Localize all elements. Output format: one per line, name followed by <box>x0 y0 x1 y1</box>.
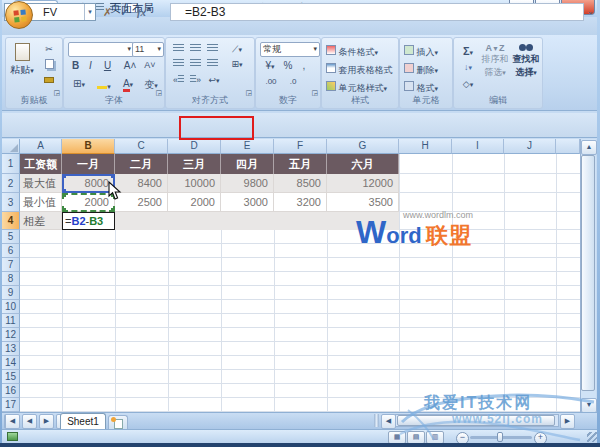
fill-color-button[interactable]: ▾ <box>92 77 116 93</box>
sheet-nav-next-button[interactable]: ▶ <box>39 414 54 429</box>
cell-g1[interactable]: 六月 <box>327 154 399 174</box>
font-color-button[interactable]: A▾ <box>116 77 140 93</box>
align-middle-icon[interactable] <box>187 43 204 57</box>
cell-d2[interactable]: 10000 <box>168 174 221 193</box>
cut-icon[interactable]: ✂ <box>39 43 59 58</box>
decrease-decimal-button[interactable]: .0 <box>282 76 304 91</box>
cell-a4[interactable]: 相差 <box>20 212 62 230</box>
increase-indent-icon[interactable]: » <box>187 74 204 88</box>
cell-styles-button[interactable]: 单元格样式▾ <box>325 80 397 95</box>
hscroll-right-icon[interactable]: ▶ <box>560 414 575 429</box>
column-header-k-partial[interactable] <box>556 139 580 154</box>
align-left-icon[interactable] <box>170 58 187 72</box>
cell-e4[interactable] <box>221 212 274 230</box>
cell-g4[interactable] <box>327 212 399 230</box>
column-header-f[interactable]: F <box>274 139 327 154</box>
autosum-button[interactable]: Σ▾ <box>457 44 479 59</box>
cell-c1[interactable]: 二月 <box>115 154 168 174</box>
fill-button[interactable]: ↓▾ <box>457 61 479 76</box>
sheet-tab-sheet1[interactable]: Sheet1 <box>60 413 106 429</box>
increase-decimal-button[interactable]: .00 <box>260 76 282 91</box>
cell-d3[interactable]: 2000 <box>168 193 221 212</box>
horizontal-scrollbar-thumb[interactable] <box>397 415 555 426</box>
format-painter-icon[interactable] <box>39 74 59 89</box>
delete-cells-button[interactable]: 删除▾ <box>403 62 451 77</box>
zoom-slider-thumb[interactable] <box>497 432 503 442</box>
clipboard-dialog-launcher-icon[interactable]: ◲ <box>52 88 61 98</box>
select-all-corner[interactable] <box>2 139 20 154</box>
cell-b4-editing[interactable]: =B2-B3 <box>62 212 115 230</box>
cell-c3[interactable]: 2500 <box>115 193 168 212</box>
sheet-nav-first-button[interactable]: ◀ <box>4 414 20 429</box>
comma-format-button[interactable]: , <box>296 59 312 74</box>
insert-cells-button[interactable]: 插入▾ <box>403 44 451 59</box>
alignment-dialog-launcher-icon[interactable]: ◲ <box>244 88 253 98</box>
cell-c2[interactable]: 8400 <box>115 174 168 193</box>
cancel-icon[interactable]: ✗ <box>100 6 115 19</box>
column-header-c[interactable]: C <box>115 139 168 154</box>
orientation-icon[interactable]: ⟋▾ <box>226 43 248 57</box>
cell-d1[interactable]: 三月 <box>168 154 221 174</box>
row-header-4[interactable]: 4 <box>2 212 20 230</box>
insert-function-icon[interactable]: fx <box>134 6 149 18</box>
cell-g3[interactable]: 3500 <box>327 193 399 212</box>
row-header-16[interactable]: 16 <box>2 384 20 398</box>
tab-scrollbar-splitter[interactable] <box>374 414 379 427</box>
row-header-13[interactable]: 13 <box>2 342 20 356</box>
office-button[interactable] <box>5 1 33 29</box>
clear-button[interactable]: ◇▾ <box>457 78 479 93</box>
column-header-d[interactable]: D <box>168 139 221 154</box>
cell-a3[interactable]: 最小值 <box>20 193 62 212</box>
cell-c4[interactable] <box>115 212 168 230</box>
row-header-7[interactable]: 7 <box>2 258 20 272</box>
name-box-dropdown-icon[interactable]: ▾ <box>84 4 95 20</box>
bold-button[interactable]: B <box>68 59 83 75</box>
row-header-14[interactable]: 14 <box>2 356 20 370</box>
column-header-a[interactable]: A <box>20 139 62 154</box>
align-top-icon[interactable] <box>170 43 187 57</box>
grow-font-button[interactable]: A˄ <box>120 59 140 75</box>
font-dialog-launcher-icon[interactable]: ◲ <box>154 88 163 98</box>
row-header-8[interactable]: 8 <box>2 272 20 286</box>
paste-button[interactable]: 粘贴▾ <box>9 43 35 77</box>
row-header-10[interactable]: 10 <box>2 300 20 314</box>
row-header-9[interactable]: 9 <box>2 286 20 300</box>
find-select-button[interactable]: 查找和 选择▾ <box>511 42 541 79</box>
borders-button[interactable]: ⊞▾ <box>68 77 90 93</box>
currency-format-button[interactable]: ¥▾ <box>260 59 280 74</box>
align-center-icon[interactable] <box>187 58 204 72</box>
sort-filter-button[interactable]: A▼Z 排序和 筛选▾ <box>480 42 510 79</box>
font-size-combo[interactable]: 11▾ <box>132 42 164 57</box>
conditional-formatting-button[interactable]: 条件格式▾ <box>325 44 397 59</box>
align-right-icon[interactable] <box>204 58 221 72</box>
cell-a2[interactable]: 最大值 <box>20 174 62 193</box>
cell-f4[interactable] <box>274 212 327 230</box>
formula-input[interactable]: =B2-B3 <box>170 3 584 21</box>
format-cells-button[interactable]: 格式▾ <box>403 80 451 95</box>
number-format-combo[interactable]: 常规▾ <box>260 42 320 57</box>
row-header-17[interactable]: 17 <box>2 398 20 412</box>
copy-icon[interactable] <box>39 58 59 73</box>
cell-f1[interactable]: 五月 <box>274 154 327 174</box>
column-header-j[interactable]: J <box>504 139 556 154</box>
font-name-combo[interactable]: ▾ <box>68 42 134 57</box>
row-header-5[interactable]: 5 <box>2 230 20 244</box>
cell-f3[interactable]: 3200 <box>274 193 327 212</box>
column-header-h[interactable]: H <box>399 139 452 154</box>
column-header-i[interactable]: I <box>452 139 504 154</box>
row-header-3[interactable]: 3 <box>2 193 20 212</box>
merge-center-icon[interactable]: ⊞▾ <box>226 58 248 72</box>
italic-button[interactable]: I <box>83 59 98 75</box>
row-header-6[interactable]: 6 <box>2 244 20 258</box>
decrease-indent-icon[interactable]: « <box>170 74 187 88</box>
cell-f2[interactable]: 8500 <box>274 174 327 193</box>
column-header-e[interactable]: E <box>221 139 274 154</box>
wrap-text-icon[interactable]: ↩▾ <box>204 74 224 88</box>
number-dialog-launcher-icon[interactable]: ◲ <box>310 88 319 98</box>
row-header-11[interactable]: 11 <box>2 314 20 328</box>
hscroll-left-icon[interactable]: ◀ <box>381 414 396 429</box>
resize-grip[interactable] <box>587 432 597 442</box>
vertical-scrollbar-thumb[interactable] <box>581 155 595 391</box>
sheet-nav-prev-button[interactable]: ◀ <box>22 414 37 429</box>
cell-b1[interactable]: 一月 <box>62 154 115 174</box>
